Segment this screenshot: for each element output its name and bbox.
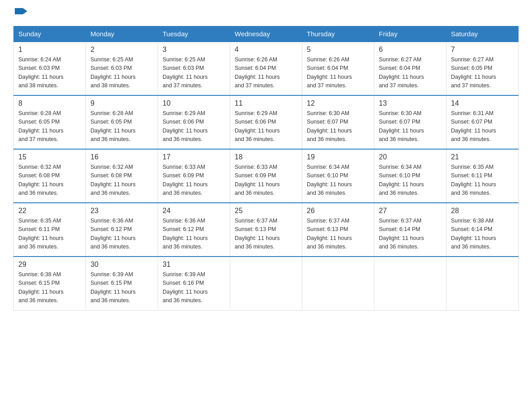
calendar-cell: 8 Sunrise: 6:28 AM Sunset: 6:05 PM Dayli…: [14, 95, 86, 149]
logo-flag-icon: [15, 7, 28, 20]
day-info: Sunrise: 6:38 AM Sunset: 6:14 PM Dayligh…: [451, 217, 514, 252]
column-header-tuesday: Tuesday: [158, 26, 230, 42]
day-info: Sunrise: 6:33 AM Sunset: 6:09 PM Dayligh…: [235, 163, 297, 198]
day-number: 31: [163, 261, 225, 269]
column-header-friday: Friday: [374, 26, 446, 42]
svg-rect-0: [15, 8, 23, 14]
day-info: Sunrise: 6:35 AM Sunset: 6:11 PM Dayligh…: [451, 163, 514, 198]
day-info: Sunrise: 6:37 AM Sunset: 6:14 PM Dayligh…: [379, 217, 442, 252]
calendar-cell: 31 Sunrise: 6:39 AM Sunset: 6:16 PM Dayl…: [158, 257, 230, 310]
calendar-cell: 22 Sunrise: 6:35 AM Sunset: 6:11 PM Dayl…: [14, 203, 86, 257]
calendar-cell: 16 Sunrise: 6:32 AM Sunset: 6:08 PM Dayl…: [86, 149, 158, 203]
column-header-thursday: Thursday: [302, 26, 374, 42]
page-header: [13, 9, 519, 18]
column-header-wednesday: Wednesday: [230, 26, 302, 42]
calendar-week-row: 1 Sunrise: 6:24 AM Sunset: 6:03 PM Dayli…: [14, 42, 519, 95]
day-number: 21: [451, 153, 514, 161]
calendar-cell: 27 Sunrise: 6:37 AM Sunset: 6:14 PM Dayl…: [374, 203, 446, 257]
day-number: 8: [18, 99, 81, 107]
day-info: Sunrise: 6:34 AM Sunset: 6:10 PM Dayligh…: [379, 163, 442, 198]
day-number: 29: [18, 261, 81, 269]
day-number: 26: [307, 207, 369, 215]
calendar-cell: 17 Sunrise: 6:33 AM Sunset: 6:09 PM Dayl…: [158, 149, 230, 203]
calendar-cell: 29 Sunrise: 6:38 AM Sunset: 6:15 PM Dayl…: [14, 257, 86, 310]
calendar-cell: 11 Sunrise: 6:29 AM Sunset: 6:06 PM Dayl…: [230, 95, 302, 149]
day-info: Sunrise: 6:33 AM Sunset: 6:09 PM Dayligh…: [163, 163, 225, 198]
calendar-week-row: 15 Sunrise: 6:32 AM Sunset: 6:08 PM Dayl…: [14, 149, 519, 203]
day-info: Sunrise: 6:28 AM Sunset: 6:05 PM Dayligh…: [18, 109, 81, 144]
day-number: 2: [90, 46, 153, 54]
day-number: 12: [307, 99, 369, 107]
calendar-cell: 25 Sunrise: 6:37 AM Sunset: 6:13 PM Dayl…: [230, 203, 302, 257]
calendar-cell: [374, 257, 446, 310]
day-number: 24: [163, 207, 225, 215]
day-info: Sunrise: 6:25 AM Sunset: 6:03 PM Dayligh…: [90, 56, 153, 90]
calendar-cell: 13 Sunrise: 6:30 AM Sunset: 6:07 PM Dayl…: [374, 95, 446, 149]
day-info: Sunrise: 6:34 AM Sunset: 6:10 PM Dayligh…: [307, 163, 369, 198]
day-number: 3: [163, 46, 225, 54]
day-info: Sunrise: 6:24 AM Sunset: 6:03 PM Dayligh…: [18, 56, 81, 90]
day-number: 25: [235, 207, 297, 215]
day-info: Sunrise: 6:28 AM Sunset: 6:05 PM Dayligh…: [90, 109, 153, 144]
day-info: Sunrise: 6:38 AM Sunset: 6:15 PM Dayligh…: [18, 270, 81, 305]
calendar-cell: 23 Sunrise: 6:36 AM Sunset: 6:12 PM Dayl…: [86, 203, 158, 257]
day-number: 10: [163, 99, 225, 107]
calendar-cell: 28 Sunrise: 6:38 AM Sunset: 6:14 PM Dayl…: [446, 203, 519, 257]
calendar-cell: 18 Sunrise: 6:33 AM Sunset: 6:09 PM Dayl…: [230, 149, 302, 203]
day-info: Sunrise: 6:39 AM Sunset: 6:16 PM Dayligh…: [163, 270, 225, 305]
calendar-header: SundayMondayTuesdayWednesdayThursdayFrid…: [14, 26, 519, 42]
calendar-cell: [230, 257, 302, 310]
column-header-saturday: Saturday: [446, 26, 519, 42]
day-info: Sunrise: 6:29 AM Sunset: 6:06 PM Dayligh…: [163, 109, 225, 144]
day-number: 23: [90, 207, 153, 215]
calendar-cell: 30 Sunrise: 6:39 AM Sunset: 6:15 PM Dayl…: [86, 257, 158, 310]
calendar-cell: 10 Sunrise: 6:29 AM Sunset: 6:06 PM Dayl…: [158, 95, 230, 149]
calendar-cell: [446, 257, 519, 310]
calendar-cell: 26 Sunrise: 6:37 AM Sunset: 6:13 PM Dayl…: [302, 203, 374, 257]
day-info: Sunrise: 6:29 AM Sunset: 6:06 PM Dayligh…: [235, 109, 297, 144]
calendar-cell: 15 Sunrise: 6:32 AM Sunset: 6:08 PM Dayl…: [14, 149, 86, 203]
svg-marker-1: [23, 8, 27, 14]
day-number: 13: [379, 99, 442, 107]
calendar-cell: 9 Sunrise: 6:28 AM Sunset: 6:05 PM Dayli…: [86, 95, 158, 149]
calendar-cell: 2 Sunrise: 6:25 AM Sunset: 6:03 PM Dayli…: [86, 42, 158, 95]
column-header-monday: Monday: [86, 26, 158, 42]
calendar-cell: 3 Sunrise: 6:25 AM Sunset: 6:03 PM Dayli…: [158, 42, 230, 95]
day-info: Sunrise: 6:30 AM Sunset: 6:07 PM Dayligh…: [379, 109, 442, 144]
day-info: Sunrise: 6:27 AM Sunset: 6:04 PM Dayligh…: [379, 56, 442, 90]
day-info: Sunrise: 6:36 AM Sunset: 6:12 PM Dayligh…: [90, 217, 153, 252]
day-number: 6: [379, 46, 442, 54]
day-number: 11: [235, 99, 297, 107]
calendar-table: SundayMondayTuesdayWednesdayThursdayFrid…: [13, 26, 519, 311]
day-number: 20: [379, 153, 442, 161]
day-number: 1: [18, 46, 81, 54]
day-number: 22: [18, 207, 81, 215]
day-number: 19: [307, 153, 369, 161]
day-info: Sunrise: 6:26 AM Sunset: 6:04 PM Dayligh…: [235, 56, 297, 90]
day-info: Sunrise: 6:26 AM Sunset: 6:04 PM Dayligh…: [307, 56, 369, 90]
day-info: Sunrise: 6:30 AM Sunset: 6:07 PM Dayligh…: [307, 109, 369, 144]
day-number: 4: [235, 46, 297, 54]
day-info: Sunrise: 6:32 AM Sunset: 6:08 PM Dayligh…: [90, 163, 153, 198]
day-number: 27: [379, 207, 442, 215]
day-number: 15: [18, 153, 81, 161]
calendar-cell: 24 Sunrise: 6:36 AM Sunset: 6:12 PM Dayl…: [158, 203, 230, 257]
calendar-cell: 1 Sunrise: 6:24 AM Sunset: 6:03 PM Dayli…: [14, 42, 86, 95]
calendar-week-row: 22 Sunrise: 6:35 AM Sunset: 6:11 PM Dayl…: [14, 203, 519, 257]
calendar-cell: 12 Sunrise: 6:30 AM Sunset: 6:07 PM Dayl…: [302, 95, 374, 149]
calendar-week-row: 8 Sunrise: 6:28 AM Sunset: 6:05 PM Dayli…: [14, 95, 519, 149]
day-info: Sunrise: 6:27 AM Sunset: 6:05 PM Dayligh…: [451, 56, 514, 90]
column-header-sunday: Sunday: [14, 26, 86, 42]
day-info: Sunrise: 6:37 AM Sunset: 6:13 PM Dayligh…: [235, 217, 297, 252]
day-number: 18: [235, 153, 297, 161]
day-number: 9: [90, 99, 153, 107]
day-info: Sunrise: 6:31 AM Sunset: 6:07 PM Dayligh…: [451, 109, 514, 144]
calendar-cell: 4 Sunrise: 6:26 AM Sunset: 6:04 PM Dayli…: [230, 42, 302, 95]
day-number: 28: [451, 207, 514, 215]
day-info: Sunrise: 6:36 AM Sunset: 6:12 PM Dayligh…: [163, 217, 225, 252]
day-info: Sunrise: 6:35 AM Sunset: 6:11 PM Dayligh…: [18, 217, 81, 252]
day-number: 7: [451, 46, 514, 54]
calendar-cell: 19 Sunrise: 6:34 AM Sunset: 6:10 PM Dayl…: [302, 149, 374, 203]
day-number: 5: [307, 46, 369, 54]
calendar-cell: [302, 257, 374, 310]
